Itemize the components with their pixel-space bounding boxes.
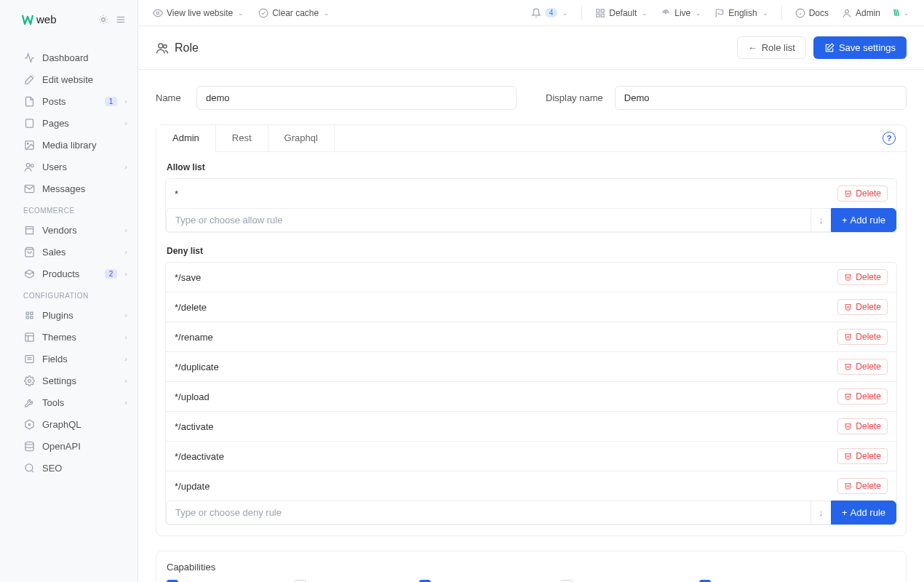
sidebar-item-posts[interactable]: Posts1›	[0, 90, 138, 112]
sidebar-item-messages[interactable]: Messages	[0, 178, 138, 199]
svg-point-21	[25, 442, 33, 445]
sidebar-item-label: Messages	[42, 183, 127, 194]
notifications-badge: 4	[545, 8, 558, 17]
rule-delete-button[interactable]: Delete	[837, 418, 888, 434]
sidebar-item-themes[interactable]: Themes›	[0, 326, 138, 348]
deny-title: Deny list	[165, 246, 897, 256]
rule-text: */upload	[175, 391, 837, 402]
sidebar-item-label: Media library	[42, 140, 127, 151]
rule-row: */renameDelete	[166, 322, 896, 352]
svg-rect-29	[601, 14, 604, 17]
rule-delete-button[interactable]: Delete	[837, 299, 888, 315]
sidebar-item-users[interactable]: Users›	[0, 156, 138, 178]
docs-link[interactable]: Docs	[795, 8, 829, 18]
sidebar-item-fields[interactable]: Fields›	[0, 348, 138, 370]
sidebar-item-seo[interactable]: SEO	[0, 457, 138, 479]
capabilities-card: Capabilities View other users postsEdit …	[156, 551, 907, 582]
rule-delete-button[interactable]: Delete	[837, 269, 888, 285]
sidebar-item-label: Tools	[42, 397, 117, 408]
sidebar-item-media-library[interactable]: Media library	[0, 134, 138, 156]
sidebar-item-pages[interactable]: Pages›	[0, 112, 138, 134]
help-icon[interactable]: ?	[883, 132, 896, 145]
delete-label: Delete	[856, 362, 881, 372]
clear-cache-button[interactable]: Clear cache ⌄	[258, 8, 330, 18]
flag-icon	[714, 8, 725, 18]
rule-delete-button[interactable]: Delete	[837, 186, 888, 202]
rule-text: */deactivate	[175, 451, 837, 462]
delete-label: Delete	[856, 481, 881, 491]
sidebar-item-plugins[interactable]: Plugins›	[0, 304, 138, 326]
svg-rect-26	[597, 9, 600, 12]
view-live-button[interactable]: View live website ⌄	[153, 8, 244, 18]
svg-rect-12	[25, 332, 33, 340]
tab-rest[interactable]: Rest	[216, 125, 268, 151]
sidebar-item-label: GraphQL	[42, 419, 127, 430]
rule-delete-button[interactable]: Delete	[837, 359, 888, 375]
lang-label: English	[728, 8, 757, 18]
svg-rect-27	[601, 9, 604, 12]
name-input[interactable]	[196, 86, 517, 110]
delete-label: Delete	[856, 332, 881, 342]
sidebar-item-sales[interactable]: Sales›	[0, 241, 138, 263]
sidebar-item-label: Edit website	[42, 74, 127, 85]
save-button[interactable]: Save settings	[813, 36, 907, 59]
rule-row: */deactivateDelete	[166, 442, 896, 471]
lang-selector[interactable]: English ⌄	[714, 8, 768, 18]
chevron-down-icon: ⌄	[696, 9, 701, 17]
sidebar-item-edit-website[interactable]: Edit website	[0, 68, 138, 90]
tab-graphql[interactable]: Graphql	[268, 125, 335, 151]
brand-menu[interactable]: \\\ ⌄	[893, 8, 909, 18]
chevron-down-icon: ↓	[819, 507, 824, 518]
sidebar-item-tools[interactable]: Tools›	[0, 391, 138, 413]
deny-dropdown-button[interactable]: ↓	[811, 501, 831, 525]
sidebar-item-label: Pages	[42, 118, 117, 129]
sidebar-item-products[interactable]: Products2›	[0, 263, 138, 284]
svg-point-24	[156, 12, 159, 15]
svg-rect-28	[597, 14, 600, 17]
store-icon	[23, 224, 35, 236]
sidebar-item-settings[interactable]: Settings›	[0, 370, 138, 391]
tab-admin[interactable]: Admin	[156, 125, 216, 152]
rule-delete-button[interactable]: Delete	[837, 388, 888, 404]
file-icon	[23, 95, 35, 107]
page-title: Role	[156, 41, 199, 55]
rule-delete-button[interactable]: Delete	[837, 329, 888, 345]
puzzle-icon	[23, 309, 35, 321]
plus-icon: +	[842, 215, 848, 226]
chevron-right-icon: ›	[124, 226, 127, 234]
admin-menu[interactable]: Admin	[842, 8, 880, 18]
delete-label: Delete	[856, 421, 881, 431]
env-selector[interactable]: Live ⌄	[661, 8, 701, 18]
trash-icon	[844, 392, 853, 401]
view-live-label: View live website	[167, 8, 233, 18]
allow-dropdown-button[interactable]: ↓	[811, 208, 831, 232]
deny-rule-input[interactable]	[166, 501, 811, 525]
allow-add-button[interactable]: + Add rule	[831, 208, 896, 232]
svg-text:web: web	[36, 13, 57, 25]
logo[interactable]: web	[22, 13, 65, 26]
site-selector[interactable]: Default ⌄	[595, 8, 648, 18]
menu-collapse-icon[interactable]	[116, 15, 126, 25]
section-config: CONFIGURATION	[0, 284, 138, 304]
theme-toggle-icon[interactable]	[98, 15, 108, 25]
info-icon	[795, 8, 805, 18]
allow-rule-input[interactable]	[166, 208, 811, 232]
chevron-down-icon: ⌄	[904, 9, 909, 17]
rules-card: AdminRestGraphql ? Allow list *Delete ↓	[156, 124, 907, 536]
sidebar-item-openapi[interactable]: OpenAPI	[0, 435, 138, 457]
sidebar-item-vendors[interactable]: Vendors›	[0, 219, 138, 241]
sidebar-item-graphql[interactable]: GraphQL	[0, 413, 138, 435]
back-button[interactable]: ← Role list	[737, 36, 806, 59]
display-name-input[interactable]	[615, 86, 907, 110]
deny-add-button[interactable]: + Add rule	[831, 501, 896, 525]
sidebar-item-label: Sales	[42, 247, 117, 258]
rule-row: */deleteDelete	[166, 292, 896, 322]
rule-delete-button[interactable]: Delete	[837, 478, 888, 494]
capabilities-title: Capabilities	[156, 551, 906, 580]
sidebar-item-dashboard[interactable]: Dashboard	[0, 47, 138, 68]
notifications-button[interactable]: 4 ⌄	[531, 8, 569, 18]
sidebar-item-label: Posts	[42, 96, 97, 107]
rule-delete-button[interactable]: Delete	[837, 448, 888, 464]
brand-mini-icon: \\\	[893, 8, 899, 18]
bell-icon	[531, 8, 541, 18]
